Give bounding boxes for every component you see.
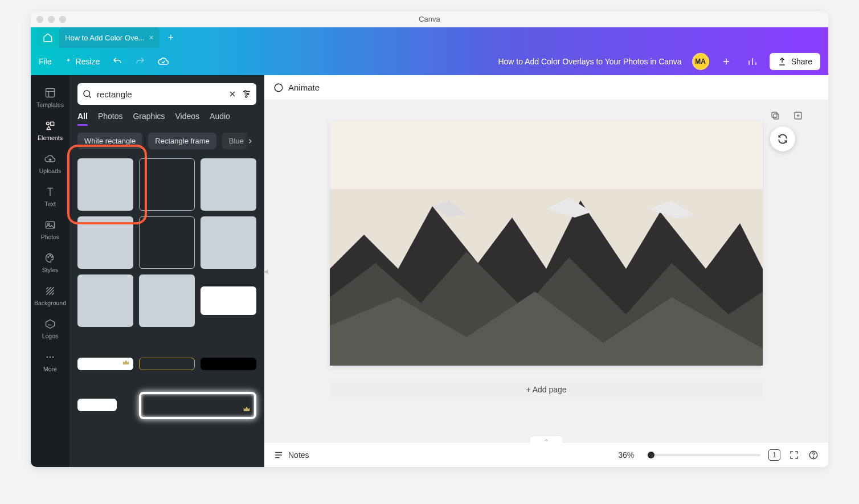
animate-button[interactable]: Animate [273, 83, 320, 93]
notes-button[interactable]: Notes [273, 450, 309, 460]
svg-point-10 [50, 357, 51, 358]
elements-panel: ◀ All Photos Graphics Videos Audio [69, 75, 264, 467]
rail-uploads[interactable]: Uploads [31, 147, 69, 180]
undo-button[interactable] [112, 56, 122, 67]
minimize-window-icon[interactable] [48, 16, 55, 23]
rail-item-label: Elements [38, 134, 63, 141]
canvas-area: Animate [264, 75, 828, 467]
result-bar-white[interactable] [77, 358, 133, 370]
page[interactable] [330, 121, 763, 366]
document-tabstrip: How to Add Color Ove... × + [31, 27, 828, 48]
canvas-photo[interactable] [330, 121, 763, 366]
bar-chart-icon [747, 56, 758, 67]
result-rectangle-outline[interactable] [139, 216, 195, 269]
rail-item-label: Templates [36, 101, 64, 108]
chip-rectangle-frame[interactable]: Rectangle frame [148, 133, 216, 149]
side-rail: Templates Elements Uploads Text Photos S… [31, 75, 69, 467]
result-bar-gold-outline[interactable] [139, 358, 195, 370]
svg-rect-0 [46, 89, 55, 97]
search-input[interactable] [97, 89, 223, 99]
result-rectangle-white[interactable] [201, 286, 256, 315]
close-window-icon[interactable] [36, 16, 43, 23]
home-tab[interactable] [36, 27, 59, 48]
tab-videos[interactable]: Videos [175, 112, 200, 126]
cloud-sync-button[interactable] [158, 56, 169, 67]
result-bar-small-white[interactable] [77, 399, 117, 411]
redo-button[interactable] [135, 56, 145, 67]
panel-tabs: All Photos Graphics Videos Audio [77, 112, 256, 126]
rail-photos[interactable]: Photos [31, 213, 69, 246]
avatar[interactable]: MA [692, 53, 709, 70]
rail-item-label: Photos [41, 233, 60, 240]
rail-logos[interactable]: co. Logos [31, 312, 69, 345]
share-button[interactable]: Share [770, 53, 820, 70]
svg-point-9 [47, 357, 48, 358]
chevron-right-icon [246, 137, 254, 145]
result-rectangle-solid[interactable] [201, 158, 256, 211]
result-glow-rectangle[interactable] [139, 392, 256, 419]
tab-all[interactable]: All [77, 112, 88, 126]
clear-search-button[interactable] [228, 89, 237, 99]
result-bar-black[interactable] [201, 358, 256, 370]
tab-audio[interactable]: Audio [210, 112, 230, 126]
search-field[interactable] [77, 83, 256, 105]
zoom-thumb[interactable] [648, 452, 655, 458]
document-title[interactable]: How to Add Color Overlays to Your Photos… [498, 57, 681, 66]
help-button[interactable] [808, 449, 819, 461]
insights-button[interactable] [743, 52, 762, 71]
rail-more[interactable]: More [31, 345, 69, 378]
svg-point-13 [244, 91, 246, 92]
add-page-icon [793, 110, 803, 121]
document-tab-label: How to Add Color Ove... [65, 34, 144, 42]
result-rectangle-solid[interactable] [139, 274, 195, 327]
page-indicator[interactable]: 1 [768, 449, 780, 461]
chip-scroll-right[interactable] [244, 133, 256, 149]
rail-background[interactable]: Background [31, 279, 69, 312]
svg-point-15 [246, 96, 247, 97]
file-menu[interactable]: File [39, 57, 52, 66]
sparkle-icon [64, 58, 72, 65]
regenerate-button[interactable] [770, 126, 795, 151]
redo-icon [135, 56, 145, 67]
add-page-button[interactable] [793, 110, 803, 121]
chevron-up-icon [543, 437, 549, 443]
tab-photos[interactable]: Photos [98, 112, 123, 126]
suggestion-chips: White rectangle Rectangle frame Blue [77, 133, 256, 149]
rail-templates[interactable]: Templates [31, 81, 69, 114]
document-tab[interactable]: How to Add Color Ove... × [59, 27, 159, 48]
rail-styles[interactable]: Styles [31, 246, 69, 279]
rail-text[interactable]: Text [31, 180, 69, 213]
filter-button[interactable] [242, 89, 252, 99]
canvas-viewport[interactable]: + Add page [264, 100, 828, 442]
premium-icon [122, 359, 131, 368]
duplicate-page-button[interactable] [770, 110, 780, 121]
result-rectangle-solid[interactable] [77, 274, 133, 327]
collapse-panel-button[interactable]: ◀ [264, 268, 268, 274]
rail-item-label: Logos [42, 333, 59, 339]
top-toolbar: File Resize How to Add Color Overlays to… [31, 48, 828, 75]
tab-graphics[interactable]: Graphics [133, 112, 165, 126]
result-rectangle-solid[interactable] [77, 158, 133, 211]
text-icon [44, 186, 56, 198]
canvas-footer: Notes 36% 1 [264, 442, 828, 467]
result-rectangle-solid[interactable] [201, 216, 256, 269]
rail-item-label: More [43, 366, 57, 372]
close-icon[interactable]: × [149, 33, 153, 42]
zoom-window-icon[interactable] [59, 16, 66, 23]
home-icon [43, 32, 53, 43]
add-page-bar[interactable]: + Add page [330, 379, 763, 400]
more-icon [44, 351, 56, 363]
premium-icon [243, 405, 252, 415]
drawer-handle[interactable] [529, 436, 563, 444]
rail-elements[interactable]: Elements [31, 114, 69, 147]
fullscreen-button[interactable] [788, 449, 800, 461]
result-rectangle-solid[interactable] [77, 216, 133, 269]
resize-menu[interactable]: Resize [64, 57, 100, 66]
new-tab-button[interactable]: + [159, 27, 182, 48]
chip-white-rectangle[interactable]: White rectangle [77, 133, 142, 149]
zoom-slider[interactable] [647, 454, 760, 456]
refresh-icon [777, 133, 788, 145]
result-rectangle-outline[interactable] [139, 158, 195, 211]
add-collaborator-button[interactable] [717, 52, 735, 71]
help-icon [808, 450, 819, 460]
